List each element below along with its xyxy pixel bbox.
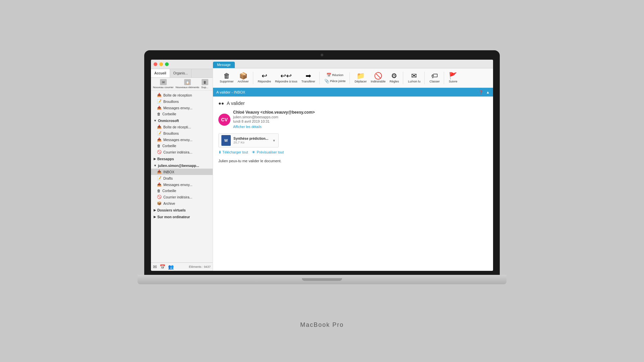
download-all-link[interactable]: ⬇ Télécharger tout <box>218 150 248 154</box>
sender-row: CV Chloé Veauvy <chloe.veauvy@beesy.com>… <box>218 110 488 129</box>
attachment-actions: ⬇ Télécharger tout 👁 Prévisualiser tout <box>218 150 488 154</box>
read-icon: ✉ <box>411 72 417 79</box>
calendar-bottom-icon[interactable]: 📅 <box>160 264 165 269</box>
beesapps-header[interactable]: ▶ Beesapps <box>151 156 213 162</box>
read-status-icon: ●● <box>218 101 224 106</box>
preview-all-link[interactable]: 👁 Prévisualiser tout <box>252 150 284 154</box>
tab-accueil[interactable]: Accueil <box>151 69 170 77</box>
preview-icon: 👁 <box>252 150 256 154</box>
help-icon[interactable]: ❓ <box>479 90 483 95</box>
virtual-header[interactable]: ▶ Dossiers virtuels <box>151 207 213 213</box>
new-mail-icon: ✉ <box>160 79 167 85</box>
new-items-button[interactable]: 📋 Nouveaux éléments <box>175 79 199 89</box>
folder-drafts-onmicrosoft[interactable]: 📝 Brouillons <box>151 130 213 136</box>
attachment-box: W Synthèse prédiction... 20,7 Ko ▼ <box>218 133 279 147</box>
folder-inbox-julien[interactable]: 📥 INBOX <box>151 169 213 175</box>
classify-button[interactable]: 🏷 Classer <box>428 72 441 84</box>
email-subject-row: ●● A valider <box>218 101 488 106</box>
chevron-right-icon-virtual: ▶ <box>154 208 156 212</box>
folder-sent-onmicrosoft[interactable]: 📤 Messages envoy... <box>151 136 213 143</box>
onmicrosoft-section: ▼ Onmicrosoft 📥 Boîte de récepti... 📝 Br… <box>151 118 213 155</box>
delete-icon: 🗑 <box>223 72 230 79</box>
forward-button[interactable]: ➡ Transférer <box>300 72 317 84</box>
download-icon: ⬇ <box>218 150 221 154</box>
new-mail-button[interactable]: ✉ Nouveau courrier <box>153 79 173 89</box>
sidebar-nav-tabs: Accueil Organis... <box>151 69 213 78</box>
forward-icon: ➡ <box>306 72 311 79</box>
email-status-icons: ●● <box>218 101 224 106</box>
onmicrosoft-header[interactable]: ▼ Onmicrosoft <box>151 118 213 124</box>
folder-drafts-julien[interactable]: 📝 Drafts <box>151 175 213 181</box>
contacts-bottom-icon[interactable]: 👥 <box>168 264 174 269</box>
folder-inbox-default[interactable]: 📥 Boîte de réception <box>151 92 213 98</box>
outlook-app: Accueil Organis... ✉ Nouveau courrier 📋 … <box>151 60 493 271</box>
attachment-name: Synthèse prédiction... <box>233 137 270 140</box>
chevron-down-icon-julien: ▼ <box>154 164 157 167</box>
ribbon-group-follow: 🚩 Suivre <box>445 72 462 84</box>
julien-header[interactable]: ▼ julien.simon@beesapp... <box>151 163 213 169</box>
attachment-button[interactable]: 📎 Pièce jointe <box>323 78 347 84</box>
chevron-right-icon-beesapps: ▶ <box>154 157 156 161</box>
ribbon-group-meeting: 📅 Réunion 📎 Pièce jointe <box>320 72 350 84</box>
folder-archive-julien[interactable]: 📦 Archive <box>151 200 213 206</box>
junk-icon-julien: 🚫 <box>157 195 162 199</box>
attachment-info: Synthèse prédiction... 20,7 Ko <box>233 137 270 144</box>
follow-button[interactable]: 🚩 Suivre <box>447 72 459 84</box>
chevron-right-icon-local: ▶ <box>154 215 156 219</box>
email-header-bar: A valider - INBOX ❓ ▲ <box>213 88 493 97</box>
archive-icon: 📦 <box>239 72 248 79</box>
rules-button[interactable]: ⚙ Règles <box>388 72 400 84</box>
attachment-size: 20,7 Ko <box>233 140 270 144</box>
tab-organiser[interactable]: Organis... <box>170 69 192 77</box>
delete-button-sidebar[interactable]: 🗑 Sup... <box>201 79 208 89</box>
sender-avatar: CV <box>218 114 230 126</box>
local-header[interactable]: ▶ Sur mon ordinateur <box>151 214 213 220</box>
mail-bottom-icon[interactable]: ✉ <box>153 264 157 269</box>
folder-sent-default[interactable]: 📤 Messages envoy... <box>151 105 213 111</box>
archive-button[interactable]: 📦 Archiver <box>236 72 250 84</box>
folder-drafts-default[interactable]: 📝 Brouillons <box>151 98 213 105</box>
drafts-icon-om: 📝 <box>157 131 162 135</box>
folder-trash-julien[interactable]: 🗑 Corbeille <box>151 188 213 194</box>
trash-icon: 🗑 <box>157 112 161 116</box>
delete-button[interactable]: 🗑 Supprimer <box>218 72 235 84</box>
email-to: julien.simon@beesapps.com <box>233 115 488 119</box>
move-button[interactable]: 📁 Déplacer <box>353 72 368 84</box>
ribbon-tabs: Message <box>213 60 493 68</box>
show-details-link[interactable]: Afficher les détails <box>233 125 262 129</box>
folder-sent-julien[interactable]: 📤 Messages envoy... <box>151 181 213 188</box>
move-icon: 📁 <box>357 72 365 79</box>
sidebar-actions: ✉ Nouveau courrier 📋 Nouveaux éléments 🗑… <box>151 78 213 90</box>
archive-icon-julien: 📦 <box>157 201 162 205</box>
email-view: ●● A valider CV Chloé Veauvy <chloe.veau… <box>213 97 493 271</box>
close-button[interactable] <box>154 62 157 66</box>
reply-button[interactable]: ↩ Répondre <box>257 72 273 84</box>
ribbon-group-move: 📁 Déplacer 🚫 Indésirable ⚙ Règles <box>351 72 403 84</box>
collapse-icon[interactable]: ▲ <box>486 90 490 94</box>
junk-button[interactable]: 🚫 Indésirable <box>369 72 387 84</box>
chevron-down-icon: ▼ <box>154 119 157 122</box>
tab-message[interactable]: Message <box>213 62 235 68</box>
minimize-button[interactable] <box>159 62 163 66</box>
attachment-dropdown[interactable]: ▼ <box>272 139 276 142</box>
folder-junk-onmicrosoft[interactable]: 🚫 Courrier indésira... <box>151 149 213 155</box>
rules-icon: ⚙ <box>391 72 397 79</box>
reply-all-button[interactable]: ↩↩ Répondre à tous <box>274 72 299 84</box>
maximize-button[interactable] <box>165 62 169 66</box>
trash-icon-julien: 🗑 <box>157 189 161 193</box>
folder-junk-julien[interactable]: 🚫 Courrier indésira... <box>151 194 213 200</box>
folder-trash-default[interactable]: 🗑 Corbeille <box>151 111 213 117</box>
classify-icon: 🏷 <box>431 72 438 79</box>
folder-trash-onmicrosoft[interactable]: 🗑 Corbeille <box>151 143 213 149</box>
junk-icon-om: 🚫 <box>157 150 162 154</box>
items-count: Éléments : 9437 <box>189 265 211 268</box>
email-date: lundi 8 avril 2019 10:31 <box>233 119 488 123</box>
ribbon: 🗑 Supprimer 📦 Archiver <box>213 68 493 88</box>
email-window-title: A valider - INBOX <box>216 90 245 94</box>
read-unread-button[interactable]: ✉ Lu/non lu <box>407 72 422 84</box>
meeting-button[interactable]: 📅 Réunion <box>325 72 345 78</box>
macbook-base <box>138 275 506 284</box>
folder-inbox-onmicrosoft[interactable]: 📥 Boîte de récepti... <box>151 124 213 130</box>
screen-bezel: Accueil Organis... ✉ Nouveau courrier 📋 … <box>144 50 500 275</box>
beesapps-section: ▶ Beesapps <box>151 156 213 162</box>
